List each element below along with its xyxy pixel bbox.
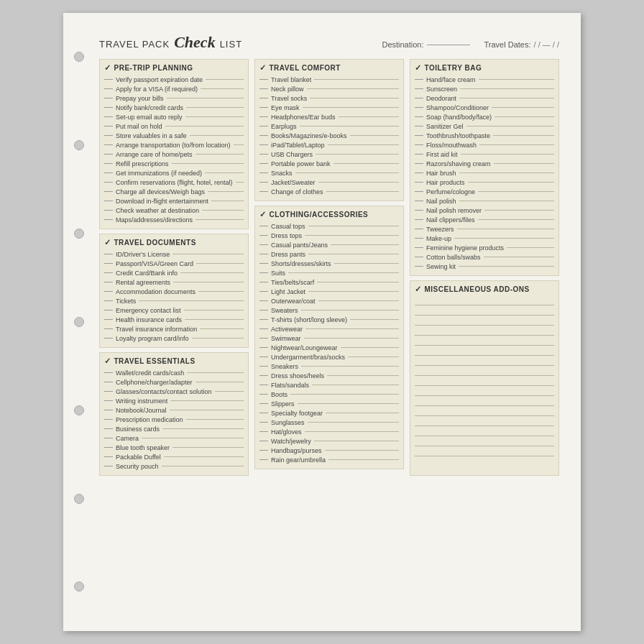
checklist-item[interactable]: Wallet/credit cards/cash [104,368,244,377]
blank-line[interactable] [415,397,554,406]
checklist-item[interactable]: Tickets [104,296,244,305]
checklist-item[interactable]: Sanitizer Gel [415,121,554,131]
checklist-item[interactable]: Nail polish remover [415,206,554,215]
checklist-item[interactable]: T-shirts (short/long sleeve) [259,315,399,324]
checklist-item[interactable]: Hair brush [415,168,554,178]
checklist-item[interactable]: Credit Card/Bank info [104,268,244,277]
checklist-item[interactable]: Passport/VISA/Green Card [104,259,244,268]
checklist-item[interactable]: Outerwear/coat [259,296,399,305]
checklist-item[interactable]: Eye mask [259,103,399,112]
checklist-item[interactable]: Hair products [415,178,554,187]
checklist-item[interactable]: Notify bank/credit cards [104,103,244,112]
checklist-item[interactable]: Hand/face cream [415,75,554,84]
checklist-item[interactable]: Make-up [415,234,554,243]
checklist-item[interactable]: Earplugs [259,121,399,131]
checklist-item[interactable]: Boots [259,390,399,399]
checklist-item[interactable]: Travel blanket [259,75,399,84]
checklist-item[interactable]: Casual tops [259,221,399,231]
checklist-item[interactable]: Business cards [104,424,244,433]
checklist-item[interactable]: Shampoo/Conditioner [415,103,554,112]
blank-line[interactable] [415,316,554,326]
checklist-item[interactable]: Apply for a VISA (if required) [104,84,244,93]
checklist-item[interactable]: Sunscreen [415,84,554,93]
checklist-item[interactable]: Charge all devices/Weigh bags [104,187,244,196]
blank-line[interactable] [415,326,554,336]
blank-line[interactable] [415,296,554,305]
checklist-item[interactable]: Neck pillow [259,84,399,93]
blank-line[interactable] [415,336,554,346]
blank-line[interactable] [415,417,554,426]
checklist-item[interactable]: Casual pants/Jeans [259,240,399,249]
checklist-item[interactable]: Glasses/contacts/contact solution [104,387,244,396]
checklist-item[interactable]: Sneakers [259,362,399,371]
checklist-item[interactable]: Light Jacket [259,287,399,296]
checklist-item[interactable]: Nail clippers/files [415,215,554,224]
checklist-item[interactable]: Sewing kit [415,262,554,271]
destination-value[interactable] [427,45,470,45]
checklist-item[interactable]: Dress tops [259,231,399,240]
checklist-item[interactable]: Loyalty program card/info [104,334,244,343]
blank-line[interactable] [415,447,554,456]
blank-line[interactable] [415,306,554,316]
checklist-item[interactable]: Shorts/dresses/skirts [259,259,399,268]
checklist-item[interactable]: Cellphone/charger/adapter [104,377,244,387]
checklist-item[interactable]: Travel socks [259,93,399,103]
checklist-item[interactable]: Download in-flight entertainment [104,196,244,206]
checklist-item[interactable]: Sunglasses [259,418,399,427]
checklist-item[interactable]: First aid kit [415,150,554,159]
checklist-item[interactable]: Books/Magazines/e-books [259,131,399,140]
checklist-item[interactable]: iPad/Tablet/Laptop [259,140,399,150]
blank-line[interactable] [415,377,554,386]
checklist-item[interactable]: Feminine hygiene products [415,243,554,252]
checklist-item[interactable]: Jacket/Sweater [259,178,399,187]
blank-line[interactable] [415,346,554,356]
checklist-item[interactable]: Flats/sandals [259,380,399,390]
checklist-item[interactable]: Swimwear [259,334,399,343]
checklist-item[interactable]: Watch/jewelry [259,436,399,446]
checklist-item[interactable]: Prescription medication [104,415,244,424]
checklist-item[interactable]: Verify passport expiration date [104,75,244,84]
checklist-item[interactable]: Perfume/cologne [415,187,554,196]
checklist-item[interactable]: Health insurance cards [104,315,244,324]
checklist-item[interactable]: Cotton balls/swabs [415,252,554,262]
checklist-item[interactable]: Slippers [259,399,399,408]
checklist-item[interactable]: Put mail on hold [104,121,244,131]
checklist-item[interactable]: Prepay your bills [104,93,244,103]
checklist-item[interactable]: Travel insurance information [104,324,244,334]
checklist-item[interactable]: Ties/belts/scarf [259,277,399,287]
checklist-item[interactable]: Soap (hand/body/face) [415,112,554,121]
checklist-item[interactable]: Nightwear/Loungewear [259,343,399,352]
checklist-item[interactable]: Set-up email auto reply [104,112,244,121]
checklist-item[interactable]: Specialty footgear [259,408,399,418]
checklist-item[interactable]: Sweaters [259,305,399,315]
checklist-item[interactable]: Accommodation documents [104,287,244,296]
checklist-item[interactable]: USB Chargers [259,150,399,159]
checklist-item[interactable]: Confirm reservations (flight, hotel, ren… [104,178,244,187]
checklist-item[interactable]: Refill prescriptions [104,159,244,168]
blank-line[interactable] [415,356,554,366]
checklist-item[interactable]: Blue tooth speaker [104,443,244,452]
checklist-item[interactable]: Arrange care of home/pets [104,150,244,159]
checklist-item[interactable]: Get immunizations (if needed) [104,168,244,178]
checklist-item[interactable]: Handbags/purses [259,446,399,455]
checklist-item[interactable]: Dress pants [259,249,399,259]
checklist-item[interactable]: Packable Duffel [104,452,244,461]
checklist-item[interactable]: Hat/gloves [259,427,399,436]
checklist-item[interactable]: Deodorant [415,93,554,103]
checklist-item[interactable]: Toothbrush/toothpaste [415,131,554,140]
checklist-item[interactable]: Camera [104,433,244,443]
blank-line[interactable] [415,437,554,446]
checklist-item[interactable]: Suits [259,268,399,277]
checklist-item[interactable]: Nail polish [415,196,554,206]
checklist-item[interactable]: Rental agreements [104,277,244,287]
checklist-item[interactable]: Emergency contact list [104,305,244,315]
blank-line[interactable] [415,367,554,376]
checklist-item[interactable]: Undergarment/bras/socks [259,352,399,362]
checklist-item[interactable]: Floss/mouthwash [415,140,554,150]
checklist-item[interactable]: Razors/shaving cream [415,159,554,168]
checklist-item[interactable]: Portable power bank [259,159,399,168]
checklist-item[interactable]: ID/Driver's License [104,249,244,259]
checklist-item[interactable]: Maps/addresses/directions [104,215,244,224]
checklist-item[interactable]: Check weather at destination [104,206,244,215]
checklist-item[interactable]: Store valuables in a safe [104,131,244,140]
